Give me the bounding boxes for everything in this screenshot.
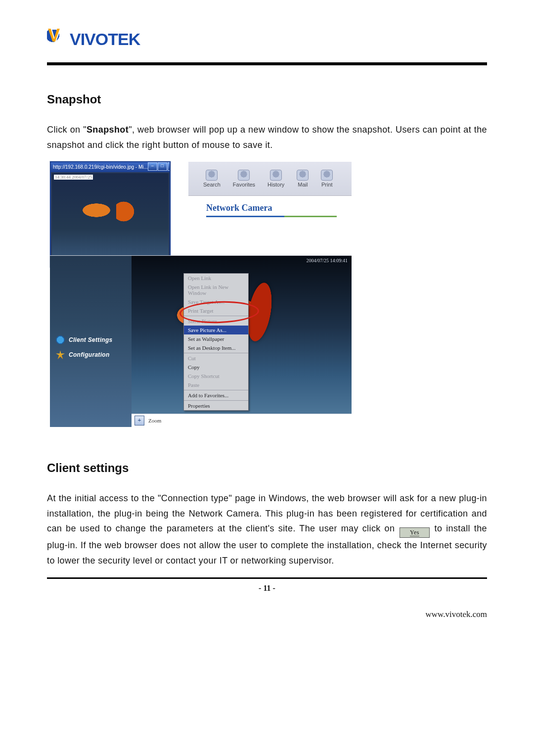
ctx-set-wallpaper[interactable]: Set as Wallpaper <box>184 334 248 343</box>
page-number: - 11 - <box>47 584 487 593</box>
ctx-paste[interactable]: Paste <box>184 380 248 389</box>
toolbar-history[interactable]: History <box>267 170 284 188</box>
toolbar-search[interactable]: Search <box>203 170 221 188</box>
toolbar-print[interactable]: Print <box>321 170 333 188</box>
toolbar-favorites[interactable]: Favorites <box>233 170 255 188</box>
ctx-set-desktop-item[interactable]: Set as Desktop Item... <box>184 343 248 352</box>
ctx-copy[interactable]: Copy <box>184 363 248 372</box>
ctx-save-picture[interactable]: Save Picture As... <box>184 326 248 334</box>
brand-title: Network Camera <box>206 203 272 213</box>
sidebar-item-label: Client Settings <box>69 336 113 343</box>
ctx-separator <box>184 390 248 390</box>
overlay-timestamp: 14:30:44 2004/07/25 <box>54 175 93 180</box>
toolbar-mail[interactable]: Mail <box>297 170 309 188</box>
ctx-properties[interactable]: Properties <box>184 401 248 410</box>
heading-client-settings: Client settings <box>47 461 487 475</box>
sidebar-item-configuration[interactable]: Configuration <box>50 347 132 362</box>
toolbar-label: History <box>267 182 284 188</box>
yes-button[interactable]: Yes <box>400 527 430 538</box>
ctx-open-link[interactable]: Open Link <box>184 274 248 283</box>
heading-snapshot: Snapshot <box>47 93 487 106</box>
ctx-open-link-new[interactable]: Open Link in New Window <box>184 283 248 297</box>
popup-title-text: http://192.168.0.219/cgi-bin/video.jpg -… <box>53 162 148 172</box>
toolbar-label: Print <box>321 182 333 188</box>
document-page: V VIVOTEK Snapshot Click on "Snapshot", … <box>0 0 534 756</box>
ctx-copy-shortcut[interactable]: Copy Shortcut <box>184 372 248 380</box>
toolbar-label: Mail <box>297 182 309 188</box>
ctx-cut[interactable]: Cut <box>184 354 248 363</box>
ctx-print-target[interactable]: Print Target <box>184 306 248 315</box>
text: Click on " <box>47 125 87 135</box>
footer-url: www.vivotek.com <box>47 610 487 619</box>
search-icon <box>206 170 218 181</box>
video-timestamp: 2004/07/25 14:09:41 <box>306 258 348 263</box>
screenshot-figure: http://192.168.0.219/cgi-bin/video.jpg -… <box>50 161 353 426</box>
toolbar-label: Search <box>203 182 221 188</box>
maximize-button[interactable]: □ <box>158 162 167 171</box>
ctx-separator <box>184 353 248 353</box>
popup-content: 14:30:44 2004/07/25 <box>52 173 169 265</box>
paragraph-snapshot: Click on "Snapshot", web browser will po… <box>47 122 487 152</box>
header-rule <box>47 62 487 65</box>
snapshot-image[interactable] <box>77 195 126 225</box>
yes-button-label: Yes <box>410 529 419 536</box>
history-icon <box>270 170 282 181</box>
footer-rule <box>47 577 487 579</box>
brand-band: Network Camera <box>188 195 352 220</box>
ie-toolbar: Search Favorites History Mail Print <box>188 162 352 196</box>
minimize-button[interactable]: – <box>148 162 157 171</box>
print-icon <box>321 170 333 181</box>
vivotek-logo: V VIVOTEK <box>47 30 487 48</box>
ctx-separator <box>184 316 248 316</box>
popup-titlebar: http://192.168.0.219/cgi-bin/video.jpg -… <box>51 162 170 172</box>
ctx-separator <box>184 400 248 401</box>
paragraph-client-settings: At the initial access to the "Connection… <box>47 491 487 568</box>
context-menu: Open Link Open Link in New Window Save T… <box>183 273 249 411</box>
ctx-add-favorites[interactable]: Add to Favorites... <box>184 391 248 400</box>
toolbar-label: Favorites <box>233 182 255 188</box>
zoom-bar: + Zoom <box>132 414 352 427</box>
zoom-in-button[interactable]: + <box>134 416 144 425</box>
vivotek-logo-mark: V <box>47 30 66 48</box>
ctx-save-target[interactable]: Save Target As... <box>184 297 248 306</box>
favorites-icon <box>238 170 250 181</box>
close-button[interactable]: × <box>168 162 170 171</box>
popup-window: http://192.168.0.219/cgi-bin/video.jpg -… <box>50 161 171 267</box>
keyword-snapshot: Snapshot <box>87 125 129 135</box>
vivotek-logo-text: VIVOTEK <box>70 31 140 47</box>
zoom-label: Zoom <box>148 418 161 424</box>
sidebar-item-label: Configuration <box>69 351 110 358</box>
app-sidebar: Client Settings Configuration <box>50 256 132 427</box>
sidebar-item-client-settings[interactable]: Client Settings <box>50 332 132 347</box>
mail-icon <box>297 170 309 181</box>
ctx-show-picture[interactable]: Show Picture <box>184 317 248 326</box>
